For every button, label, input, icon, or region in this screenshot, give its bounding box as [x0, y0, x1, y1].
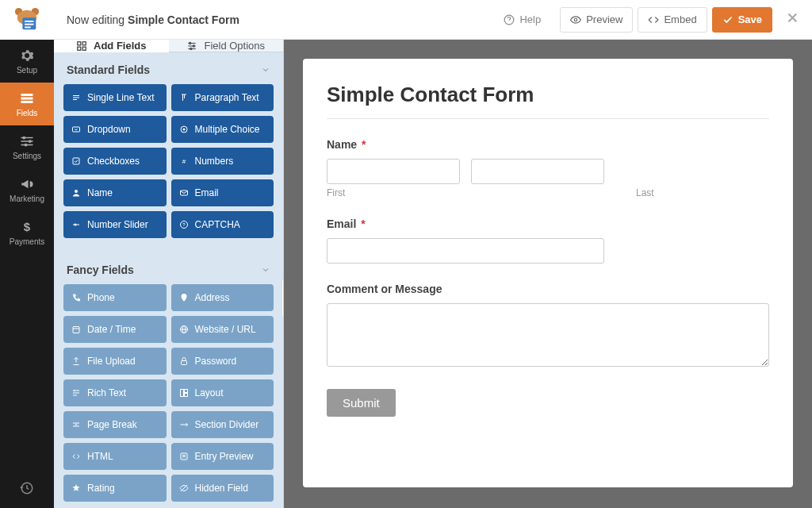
grid-icon [76, 40, 87, 52]
last-name-input[interactable] [471, 159, 604, 184]
form-preview: Simple Contact Form Name * First Last Em… [303, 59, 793, 487]
svg-rect-47 [184, 390, 187, 393]
close-button[interactable] [785, 10, 799, 29]
fields-panel: Add Fields Field Options ‹ Standard Fiel… [54, 40, 284, 508]
field-html[interactable]: HTML [63, 443, 167, 470]
field-single-line-text[interactable]: Single Line Text [63, 84, 167, 111]
rail-fields-label: Fields [17, 109, 38, 117]
chevron-down-icon [261, 265, 270, 275]
svg-point-31 [182, 129, 185, 131]
field-checkboxes[interactable]: Checkboxes [63, 148, 167, 175]
field-icon [71, 156, 81, 166]
svg-rect-29 [73, 127, 80, 132]
sliders-icon [20, 134, 34, 148]
field-entry-preview[interactable]: Entry Preview [171, 443, 274, 470]
topbar: Now editing Simple Contact Form Help Pre… [54, 0, 812, 40]
field-section-divider[interactable]: Section Divider [171, 411, 274, 438]
field-icon [71, 325, 81, 334]
field-rich-text[interactable]: Rich Text [63, 379, 167, 406]
field-icon [71, 93, 81, 102]
field-phone[interactable]: Phone [63, 284, 167, 311]
field-icon [71, 483, 81, 493]
rail-history[interactable] [0, 468, 54, 508]
field-password[interactable]: Password [171, 348, 274, 375]
rail-payments-label: Payments [10, 237, 44, 246]
svg-rect-48 [184, 394, 187, 397]
collapse-handle[interactable]: ‹ [282, 279, 284, 318]
field-icon [71, 220, 81, 229]
divider [327, 118, 769, 119]
svg-rect-19 [78, 41, 81, 44]
first-sublabel: First [327, 187, 625, 198]
field-icon: ? [179, 220, 189, 229]
field-icon [179, 293, 189, 302]
chevron-down-icon [261, 65, 270, 75]
field-icon [179, 452, 189, 461]
dollar-icon: $ [20, 220, 34, 234]
comment-label: Comment or Message [327, 283, 769, 295]
field-paragraph-text[interactable]: Paragraph Text [171, 84, 274, 111]
first-name-input[interactable] [327, 159, 460, 184]
field-icon [179, 356, 189, 366]
field-icon [71, 420, 81, 429]
rail-payments[interactable]: $ Payments [0, 211, 54, 254]
check-icon [722, 14, 733, 25]
field-layout[interactable]: Layout [171, 379, 274, 406]
eye-icon [570, 14, 581, 25]
field-address[interactable]: Address [171, 284, 274, 311]
field-name[interactable]: Name [63, 179, 167, 206]
field-number-slider[interactable]: Number Slider [63, 211, 167, 238]
field-email[interactable]: Email [171, 179, 274, 206]
field-hidden-field[interactable]: Hidden Field [171, 475, 274, 502]
field-numbers[interactable]: #Numbers [171, 148, 274, 175]
field-name[interactable]: Name * First Last [327, 138, 769, 198]
comment-textarea[interactable] [327, 303, 769, 367]
help-button[interactable]: Help [494, 7, 550, 33]
save-button[interactable]: Save [712, 7, 772, 33]
preview-button[interactable]: Preview [560, 7, 633, 33]
field-file-upload[interactable]: File Upload [63, 348, 167, 375]
sliders-icon [186, 40, 197, 52]
field-date-time[interactable]: Date / Time [63, 316, 167, 343]
svg-text:#: # [182, 158, 186, 165]
email-input[interactable] [327, 238, 604, 264]
field-icon [179, 93, 189, 102]
editing-label: Now editing Simple Contact Form [67, 13, 239, 26]
name-label: Name * [327, 138, 769, 151]
field-multiple-choice[interactable]: Multiple Choice [171, 116, 274, 143]
tab-add-fields[interactable]: Add Fields [54, 40, 169, 52]
section-standard-header[interactable]: Standard Fields [54, 52, 283, 84]
rail-fields[interactable]: Fields [0, 83, 54, 125]
svg-text:$: $ [24, 220, 31, 233]
bullhorn-icon [20, 177, 34, 191]
rail-settings-label: Settings [13, 152, 41, 160]
embed-button[interactable]: Embed [638, 7, 707, 33]
history-icon [20, 481, 34, 495]
field-icon [71, 188, 81, 198]
tab-field-options[interactable]: Field Options [169, 40, 284, 52]
svg-rect-46 [180, 390, 183, 397]
svg-rect-7 [21, 94, 33, 96]
field-icon [179, 325, 189, 334]
rail-marketing-label: Marketing [10, 194, 44, 203]
field-comment[interactable]: Comment or Message [327, 283, 769, 370]
rail-marketing[interactable]: Marketing [0, 168, 54, 211]
field-dropdown[interactable]: Dropdown [63, 116, 167, 143]
submit-button[interactable]: Submit [327, 389, 396, 417]
svg-text:?: ? [182, 222, 186, 227]
gear-icon [20, 48, 34, 63]
section-fancy-header[interactable]: Fancy Fields [54, 252, 283, 284]
field-rating[interactable]: Rating [63, 475, 167, 502]
rail-setup[interactable]: Setup [0, 40, 54, 83]
field-captcha[interactable]: ?CAPTCHA [171, 211, 274, 238]
help-icon [504, 14, 515, 25]
field-icon: # [179, 156, 189, 166]
field-icon [71, 452, 81, 461]
svg-point-13 [22, 136, 25, 139]
svg-point-28 [190, 48, 192, 49]
field-email[interactable]: Email * [327, 217, 769, 264]
field-page-break[interactable]: Page Break [63, 411, 167, 438]
rail-settings[interactable]: Settings [0, 125, 54, 168]
field-website-url[interactable]: Website / URL [171, 316, 274, 343]
code-icon [648, 14, 659, 25]
